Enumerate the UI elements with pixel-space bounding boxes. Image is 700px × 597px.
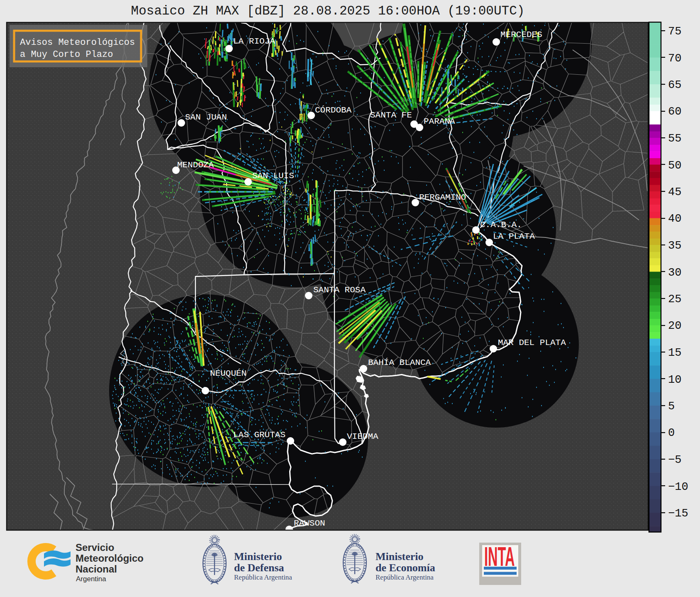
svg-text:40: 40	[668, 213, 681, 225]
svg-text:BAHÍA BLANCA: BAHÍA BLANCA	[368, 358, 431, 367]
svg-text:NEUQUÉN: NEUQUÉN	[210, 369, 246, 378]
svg-text:−10: −10	[668, 481, 688, 493]
svg-text:C.A.B.A.: C.A.B.A.	[480, 220, 522, 230]
svg-text:PERGAMINO: PERGAMINO	[419, 193, 466, 202]
svg-text:75: 75	[668, 25, 681, 38]
svg-text:60: 60	[668, 105, 681, 118]
svg-text:PARANÁ: PARANÁ	[424, 117, 455, 126]
svg-text:70: 70	[668, 52, 681, 65]
svg-text:20: 20	[668, 320, 681, 332]
svg-text:0: 0	[668, 427, 675, 439]
svg-text:45: 45	[668, 186, 681, 198]
svg-text:Avisos Meteorológicos: Avisos Meteorológicos	[20, 37, 135, 48]
svg-text:SANTA FE: SANTA FE	[370, 110, 412, 120]
svg-text:35: 35	[668, 240, 681, 252]
svg-text:MERCEDES: MERCEDES	[500, 30, 542, 39]
svg-text:25: 25	[668, 293, 681, 306]
svg-text:CÓRDOBA: CÓRDOBA	[315, 105, 352, 115]
svg-text:−5: −5	[668, 454, 681, 466]
svg-text:RAWSON: RAWSON	[294, 519, 325, 528]
svg-text:15: 15	[668, 347, 681, 359]
svg-text:SAN JUAN: SAN JUAN	[185, 113, 227, 122]
svg-text:5: 5	[668, 400, 675, 413]
svg-text:LA RIOJA: LA RIOJA	[233, 37, 275, 46]
svg-text:10: 10	[668, 374, 681, 386]
svg-text:SAN LUIS: SAN LUIS	[252, 171, 294, 181]
svg-text:LAS GRUTAS: LAS GRUTAS	[233, 430, 285, 440]
svg-text:30: 30	[668, 267, 681, 279]
svg-text:LA PLATA: LA PLATA	[493, 232, 535, 241]
svg-text:VIEDMA: VIEDMA	[347, 432, 378, 441]
svg-text:MENDOZA: MENDOZA	[177, 160, 214, 170]
svg-text:MAR DEL PLATA: MAR DEL PLATA	[498, 338, 566, 347]
svg-text:SANTA ROSA: SANTA ROSA	[313, 285, 366, 295]
svg-text:65: 65	[668, 79, 681, 91]
svg-text:a Muy Corto Plazo: a Muy Corto Plazo	[20, 49, 113, 60]
svg-text:−15: −15	[668, 507, 688, 520]
svg-text:55: 55	[668, 132, 681, 145]
svg-text:50: 50	[668, 159, 681, 172]
